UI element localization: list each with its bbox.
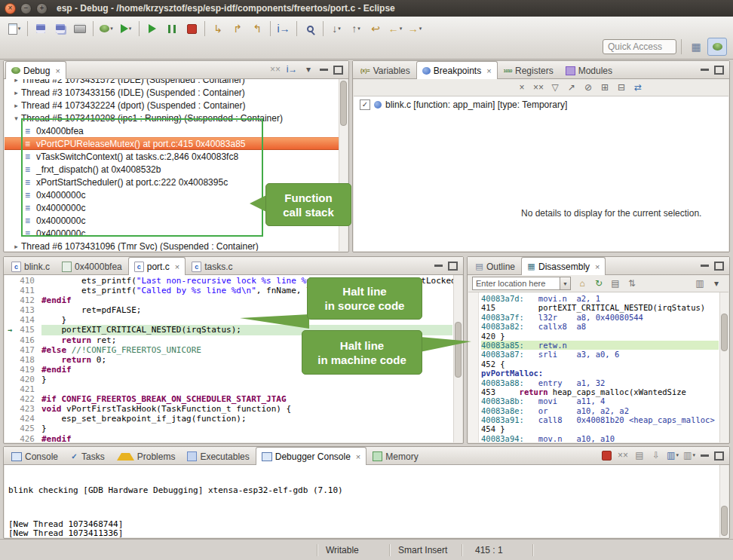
disasm-instruction-row[interactable]: 40083a85: retw.n bbox=[481, 341, 719, 350]
editor-tab-tasks-c[interactable]: ctasks.c bbox=[186, 258, 238, 274]
line-number[interactable]: 416 bbox=[15, 335, 41, 345]
code-line[interactable]: 423void vPortFirstTaskHook(TaskFunction_… bbox=[5, 404, 452, 414]
forward-icon[interactable]: →▾ bbox=[405, 20, 425, 38]
console-tab-tasks[interactable]: ✓Tasks bbox=[64, 448, 111, 464]
console-tab-executables[interactable]: Executables bbox=[181, 448, 255, 464]
vertical-scrollbar[interactable] bbox=[719, 465, 728, 537]
tree-collapsed-icon[interactable]: ▸ bbox=[11, 102, 21, 109]
remove-all-terminated-icon[interactable]: ×× bbox=[267, 62, 284, 77]
step-into-icon[interactable]: ↳ bbox=[208, 20, 228, 38]
debug-icon[interactable]: ▾ bbox=[97, 20, 116, 38]
go-to-file-icon[interactable]: ↗ bbox=[563, 80, 580, 95]
debug-frame-row[interactable]: ≡_frxt_dispatch() at 0x4008532b bbox=[5, 163, 339, 176]
search-icon[interactable] bbox=[300, 20, 320, 38]
maximize-icon[interactable] bbox=[714, 66, 724, 75]
open-console-icon[interactable]: ▥▾ bbox=[681, 448, 698, 463]
debug-frame-row[interactable]: ≡0x4000000c bbox=[5, 227, 339, 240]
breakpoints-tab-variables[interactable]: (x)=Variables bbox=[354, 62, 416, 78]
annotation-ruler[interactable] bbox=[5, 375, 15, 384]
step-return-icon[interactable]: ↰ bbox=[247, 20, 267, 38]
tree-expanded-icon[interactable]: ▾ bbox=[11, 115, 21, 122]
disasm-source-row[interactable]: 415 portEXIT_CRITICAL_NESTED(irqStatus) bbox=[481, 303, 719, 312]
tree-collapsed-icon[interactable]: ▸ bbox=[11, 79, 21, 84]
debug-thread-row[interactable]: ▸Thread #6 1073431096 (Tmr Svc) (Suspend… bbox=[5, 240, 339, 251]
line-number[interactable]: 421 bbox=[15, 384, 41, 394]
back-icon[interactable]: ←▾ bbox=[385, 20, 405, 38]
suspend-icon[interactable] bbox=[162, 20, 182, 38]
console-content[interactable]: blink checking [GDB Hardware Debugging] … bbox=[5, 465, 728, 537]
maximize-icon[interactable] bbox=[333, 66, 343, 75]
terminate-icon[interactable] bbox=[182, 20, 201, 38]
line-number[interactable]: 410 bbox=[15, 276, 41, 286]
console-tab-console[interactable]: Console bbox=[5, 448, 64, 464]
line-number[interactable]: 426 bbox=[15, 434, 41, 443]
tree-collapsed-icon[interactable]: ▸ bbox=[11, 89, 21, 96]
code-line[interactable]: 422#if CONFIG_FREERTOS_BREAK_ON_SCHEDULE… bbox=[5, 394, 452, 404]
line-number[interactable]: 419 bbox=[15, 365, 41, 375]
code-line[interactable]: 420} bbox=[5, 375, 452, 384]
print-icon[interactable] bbox=[70, 20, 90, 38]
debug-thread-row[interactable]: ▸Thread #4 1073432224 (dport) (Suspended… bbox=[5, 99, 339, 112]
disasm-instruction-row[interactable]: 40083a87: srli a3, a0, 6 bbox=[481, 350, 719, 359]
disasm-instruction-row[interactable]: 40083a91: call8 0x40081b20 <heap_caps_ma… bbox=[481, 415, 719, 424]
disasm-instruction-row[interactable]: 40083a8b: movi a11, 4 bbox=[481, 396, 719, 405]
collapse-all-icon[interactable]: ⊟ bbox=[613, 80, 630, 95]
clear-console-icon[interactable]: ▤ bbox=[631, 448, 648, 463]
show-breakpoints-supported-icon[interactable]: ▽ bbox=[547, 80, 563, 95]
link-with-debug-icon[interactable]: ⇄ bbox=[630, 80, 646, 95]
annotation-ruler[interactable] bbox=[5, 335, 15, 345]
scroll-lock-icon[interactable]: ⇩ bbox=[648, 448, 664, 463]
line-number[interactable]: 420 bbox=[15, 375, 41, 384]
disassembly-content[interactable]: 40083a7d: movi.n a2, 1415 portEXIT_CRITI… bbox=[468, 292, 728, 442]
annotation-ruler[interactable] bbox=[5, 305, 15, 315]
line-number[interactable]: 424 bbox=[15, 414, 41, 424]
remove-breakpoint-icon[interactable]: × bbox=[514, 80, 530, 95]
close-tab-icon[interactable]: × bbox=[356, 452, 360, 461]
console-tab-problems[interactable]: Problems bbox=[111, 448, 182, 464]
minimize-icon[interactable] bbox=[701, 69, 709, 71]
last-edit-location-icon[interactable]: ↩ bbox=[366, 20, 385, 38]
remove-all-terminated-icon[interactable]: ×× bbox=[615, 448, 631, 463]
debug-thread-row[interactable]: ▸Thread #3 1073433156 (IDLE) (Suspended … bbox=[5, 86, 339, 99]
annotation-ruler[interactable]: → bbox=[5, 325, 15, 335]
instruction-stepping-icon[interactable]: i→ bbox=[274, 20, 293, 38]
vertical-scrollbar[interactable] bbox=[719, 292, 728, 442]
disasm-label-row[interactable]: pvPortMalloc: bbox=[481, 369, 719, 378]
close-tab-icon[interactable]: × bbox=[175, 262, 179, 271]
debug-perspective-icon[interactable] bbox=[707, 38, 727, 56]
line-number[interactable]: 417 bbox=[15, 345, 41, 355]
disasm-instruction-row[interactable]: 40083a94: mov.n a10, a10 bbox=[481, 434, 719, 442]
refresh-icon[interactable]: ↻ bbox=[590, 276, 607, 291]
maximize-icon[interactable] bbox=[448, 262, 458, 271]
step-over-icon[interactable]: ↱ bbox=[228, 20, 247, 38]
line-number[interactable]: 414 bbox=[15, 315, 41, 325]
breakpoint-item[interactable]: ✓blink.c [function: app_main] [type: Tem… bbox=[354, 98, 728, 112]
tree-collapsed-icon[interactable]: ▸ bbox=[11, 243, 21, 250]
annotation-ruler[interactable] bbox=[5, 365, 15, 375]
new-wizard-icon[interactable]: ▾ bbox=[5, 20, 24, 38]
sync-context-icon[interactable]: ⇅ bbox=[624, 276, 640, 291]
close-tab-icon[interactable]: × bbox=[486, 66, 491, 75]
breakpoints-tab-modules[interactable]: Modules bbox=[560, 62, 618, 78]
expand-all-icon[interactable]: ⊞ bbox=[597, 80, 613, 95]
save-all-icon[interactable] bbox=[51, 20, 70, 38]
annotation-ruler[interactable] bbox=[5, 315, 15, 325]
display-console-icon[interactable]: ▥▾ bbox=[664, 448, 681, 463]
save-icon[interactable] bbox=[31, 20, 51, 38]
disasm-source-row[interactable]: 420 } bbox=[481, 332, 719, 341]
debug-thread-row[interactable]: ▸Thread #2 1073431572 (IDLE) (Suspended … bbox=[5, 79, 339, 86]
disasm-instruction-row[interactable]: 40083a7f: l32r a8, 0x40080544 bbox=[481, 313, 719, 322]
run-icon[interactable]: ▾ bbox=[116, 20, 136, 38]
line-number[interactable]: 415 bbox=[15, 325, 41, 335]
instruction-stepping-mode-icon[interactable]: i→ bbox=[284, 62, 300, 77]
editor-tab-blink-c[interactable]: cblink.c bbox=[5, 258, 56, 274]
editor-tab-0x4000bfea[interactable]: 0x4000bfea bbox=[56, 258, 128, 274]
line-number[interactable]: 413 bbox=[15, 305, 41, 315]
line-number[interactable]: 418 bbox=[15, 355, 41, 365]
skip-all-breakpoints-icon[interactable]: ⊘ bbox=[580, 80, 597, 95]
open-new-view-icon[interactable]: ▥ bbox=[692, 276, 708, 291]
disasm-instruction-row[interactable]: 40083a88: entry a1, 32 bbox=[481, 378, 719, 387]
disasm-source-row[interactable]: 454 } bbox=[481, 424, 719, 433]
annotation-ruler[interactable] bbox=[5, 345, 15, 355]
disasm-instruction-row[interactable]: 40083a82: callx8 a8 bbox=[481, 322, 719, 331]
